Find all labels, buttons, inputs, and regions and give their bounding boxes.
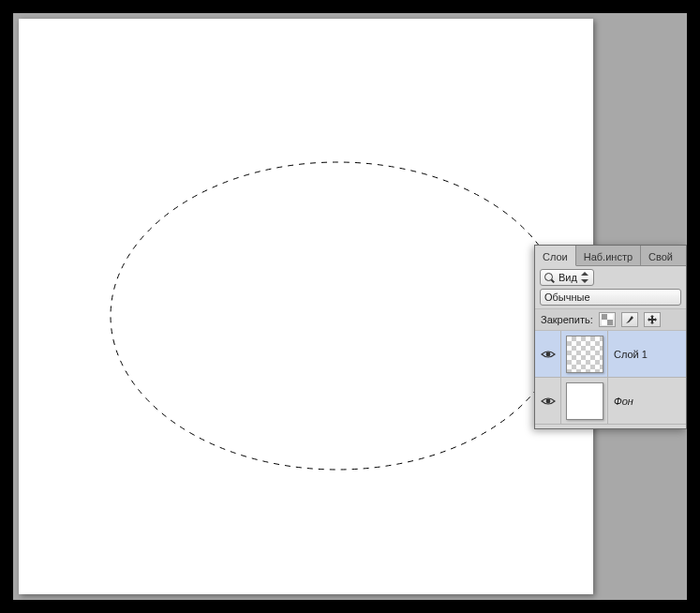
svg-rect-4 (602, 320, 607, 325)
lock-label: Закрепить: (541, 314, 593, 325)
lock-position-button[interactable] (644, 312, 661, 327)
blend-mode-label: Обычные (544, 292, 590, 303)
canvas[interactable] (19, 19, 593, 594)
layer-thumbnail[interactable] (561, 378, 608, 425)
layers-panel: Слои Наб.инстр Свой Вид Обычные Закрепит… (534, 245, 687, 429)
svg-point-6 (545, 398, 550, 403)
svg-rect-1 (602, 314, 607, 320)
lock-row: Закрепить: (535, 308, 686, 331)
lock-transparent-button[interactable] (599, 312, 616, 327)
white-thumbnail (566, 382, 603, 420)
blend-mode-dropdown[interactable]: Обычные (540, 289, 681, 306)
search-icon (544, 273, 555, 283)
layer-row[interactable]: Фон (535, 378, 686, 425)
brush-icon (624, 314, 635, 325)
svg-point-0 (111, 162, 564, 470)
move-icon (647, 314, 658, 325)
elliptical-selection (108, 159, 567, 473)
layer-name[interactable]: Слой 1 (608, 349, 648, 360)
updown-icon (581, 272, 589, 283)
transparent-thumbnail (566, 336, 603, 373)
tab-channels[interactable]: Наб.инстр (576, 246, 641, 265)
eye-icon (541, 349, 556, 360)
lock-pixels-button[interactable] (621, 312, 638, 327)
checker-icon (602, 314, 613, 325)
layer-visibility-toggle[interactable] (535, 331, 561, 377)
tab-layers[interactable]: Слои (535, 246, 576, 266)
svg-rect-3 (607, 314, 613, 320)
panel-tabs: Слои Наб.инстр Свой (535, 246, 686, 266)
layer-name[interactable]: Фон (608, 396, 633, 407)
tab-paths[interactable]: Свой (641, 246, 680, 265)
filter-row: Вид (535, 266, 686, 289)
layer-row[interactable]: Слой 1 (535, 331, 686, 378)
panel-footer (535, 425, 686, 428)
layer-thumbnail[interactable] (561, 331, 608, 378)
layer-visibility-toggle[interactable] (535, 378, 561, 424)
svg-rect-2 (607, 320, 613, 325)
workspace: Слои Наб.инстр Свой Вид Обычные Закрепит… (13, 13, 687, 600)
layer-filter-dropdown[interactable]: Вид (540, 269, 594, 286)
svg-point-5 (545, 351, 550, 356)
eye-icon (541, 396, 556, 407)
layer-filter-label: Вид (559, 272, 577, 283)
blend-row: Обычные (535, 289, 686, 308)
